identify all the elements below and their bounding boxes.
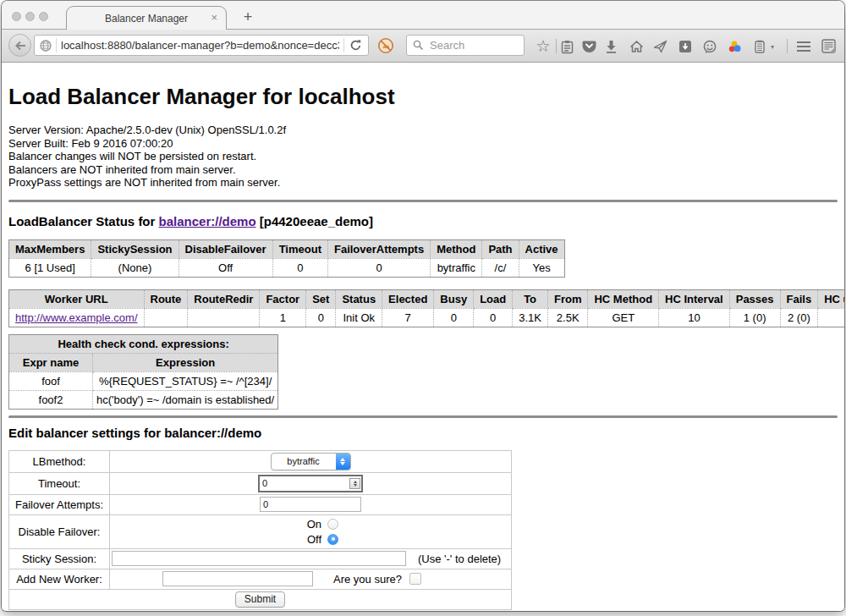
- container-icon: [754, 40, 766, 54]
- table-row: 6 [1 Used] (None) Off 0 0 bytraffic /c/ …: [9, 258, 565, 277]
- search-icon: [413, 40, 424, 51]
- sticky-session-input[interactable]: [112, 551, 406, 566]
- add-worker-input[interactable]: [162, 571, 313, 586]
- failover-on-radio[interactable]: [327, 519, 338, 530]
- window-close-button[interactable]: [12, 12, 21, 21]
- submit-button[interactable]: Submit: [235, 591, 285, 608]
- url-bar[interactable]: localhost:8880/balancer-manager?b=demo&n…: [34, 35, 369, 56]
- add-worker-label: Add New Worker:: [9, 569, 110, 589]
- health-check-table: Health check cond. expressions: Expr nam…: [8, 334, 278, 410]
- notice-line: Balancer changes will NOT be persisted o…: [8, 150, 838, 163]
- send-tab-button[interactable]: [651, 38, 668, 55]
- send-tab-icon: [653, 40, 667, 53]
- section-divider: [8, 415, 838, 418]
- pocket-button[interactable]: [580, 38, 597, 55]
- balancer-demo-link[interactable]: balancer://demo: [159, 214, 256, 228]
- reading-list-button[interactable]: [558, 38, 575, 55]
- timeout-input[interactable]: 0: [258, 475, 363, 492]
- search-input[interactable]: [428, 38, 524, 52]
- lbmethod-selected-value: bytraffic: [272, 454, 336, 470]
- status-heading-prefix: LoadBalancer Status for: [8, 214, 159, 228]
- health-table-title: Health check cond. expressions:: [9, 334, 278, 353]
- toolbar-separator: [787, 39, 788, 53]
- col-path: Path: [482, 239, 519, 258]
- window-minimize-button[interactable]: [25, 12, 35, 21]
- reload-button[interactable]: [349, 39, 362, 52]
- table-row: foof2 hc('body') =~ /domain is establish…: [9, 390, 278, 409]
- select-stepper-icon: [336, 454, 350, 470]
- worker-row: http://www.example.com/ 1 0 Init Ok 7 0 …: [9, 308, 845, 327]
- edit-settings-heading: Edit balancer settings for balancer://de…: [8, 426, 838, 440]
- number-stepper-icon[interactable]: [349, 478, 360, 489]
- table-header-row: MaxMembers StickySession DisableFailover…: [9, 239, 565, 258]
- radio-off-label: Off: [307, 533, 321, 546]
- bookmark-star-icon: ☆: [536, 39, 550, 54]
- browser-window: Balancer Manager × + localhost:8880/bala…: [2, 1, 844, 611]
- server-version-line: Server Version: Apache/2.5.0-dev (Unix) …: [8, 124, 838, 137]
- worker-url-link[interactable]: http://www.example.com/: [15, 311, 138, 324]
- tab-close-icon[interactable]: ×: [211, 11, 217, 25]
- timeout-value: 0: [260, 478, 349, 488]
- col-active: Active: [519, 239, 564, 258]
- save-page-button[interactable]: [677, 38, 694, 55]
- back-arrow-icon: [14, 41, 26, 51]
- add-worker-row: Add New Worker: Are you sure?: [9, 569, 512, 589]
- feedback-button[interactable]: [701, 38, 718, 55]
- bookmark-button[interactable]: ☆: [535, 38, 552, 55]
- balancer-status-table: MaxMembers StickySession DisableFailover…: [8, 239, 565, 278]
- sticky-session-row: Sticky Session: (Use '-' to delete): [9, 548, 512, 569]
- are-you-sure-checkbox[interactable]: [409, 573, 421, 585]
- new-tab-button[interactable]: +: [237, 6, 259, 28]
- urlbar-divider: [343, 38, 344, 52]
- container-button[interactable]: [751, 38, 768, 55]
- downloads-icon: [605, 40, 618, 53]
- col-stickysession: StickySession: [91, 239, 179, 258]
- home-icon: [629, 40, 644, 53]
- worker-table: Worker URL Route RouteRedir Factor Set S…: [8, 289, 844, 327]
- downloads-button[interactable]: [602, 38, 619, 55]
- overflow-caret-icon[interactable]: ▾: [771, 43, 774, 51]
- radio-on-label: On: [307, 518, 321, 531]
- col-failoverattempts: FailoverAttempts: [327, 239, 430, 258]
- screenshot-stage: Balancer Manager × + localhost:8880/bala…: [0, 0, 846, 616]
- home-button[interactable]: [628, 38, 645, 55]
- status-heading-suffix: [p4420eeae_demo]: [256, 214, 373, 228]
- reader-grid-button[interactable]: [821, 38, 838, 55]
- content-block-button[interactable]: [377, 37, 394, 58]
- site-globe-icon: [40, 40, 52, 52]
- page-content: Load Balancer Manager for localhost Serv…: [2, 63, 844, 611]
- tab-title: Balancer Manager: [105, 13, 188, 25]
- reload-icon: [349, 39, 362, 52]
- window-zoom-button[interactable]: [39, 12, 48, 21]
- notice-line: Balancers are NOT inherited from main se…: [8, 163, 838, 177]
- extension-button[interactable]: [726, 38, 743, 55]
- lbmethod-row: LBmethod: bytraffic: [9, 450, 512, 472]
- search-bar[interactable]: [406, 35, 525, 56]
- failover-attempts-input[interactable]: [260, 497, 361, 512]
- disable-failover-label: Disable Failover:: [9, 514, 110, 548]
- lbmethod-select[interactable]: bytraffic: [271, 453, 351, 470]
- table-header-row: Expr name Expression: [9, 353, 278, 371]
- back-button[interactable]: [8, 34, 31, 57]
- tab-bar: Balancer Manager × +: [2, 1, 844, 30]
- url-text[interactable]: localhost:8880/balancer-manager?b=demo&n…: [61, 39, 339, 52]
- page-title: Load Balancer Manager for localhost: [8, 84, 838, 110]
- table-header-row: Worker URL Route RouteRedir Factor Set S…: [9, 289, 845, 308]
- save-page-icon: [678, 40, 692, 53]
- table-title-row: Health check cond. expressions:: [9, 334, 278, 353]
- col-disablefailover: DisableFailover: [179, 239, 272, 258]
- sticky-session-hint: (Use '-' to delete): [418, 553, 501, 565]
- menu-button[interactable]: [795, 38, 812, 55]
- are-you-sure-label: Are you sure?: [333, 573, 402, 586]
- pocket-icon: [582, 40, 596, 53]
- col-timeout: Timeout: [272, 239, 327, 258]
- failover-attempts-row: Failover Attempts:: [9, 494, 512, 514]
- failover-attempts-label: Failover Attempts:: [9, 494, 110, 514]
- lbmethod-label: LBmethod:: [9, 450, 110, 472]
- tab-balancer-manager[interactable]: Balancer Manager ×: [66, 6, 227, 30]
- table-row: foof %{REQUEST_STATUS} =~ /^[234]/: [9, 371, 278, 390]
- col-method: Method: [431, 239, 482, 258]
- reading-list-icon: [561, 40, 574, 54]
- hamburger-menu-icon: [796, 41, 811, 52]
- failover-off-radio[interactable]: [327, 534, 338, 545]
